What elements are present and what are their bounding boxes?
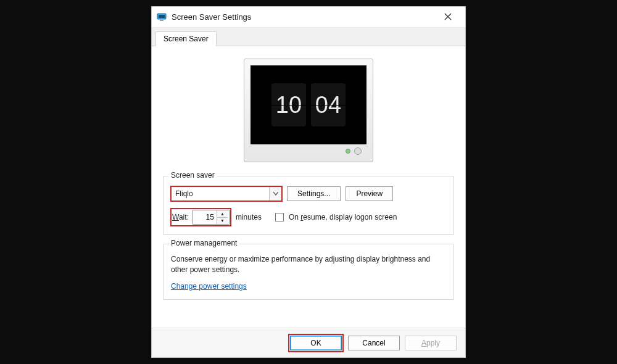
clock-minutes: 04 <box>311 83 346 126</box>
screensaver-preview: 10 04 <box>163 59 454 162</box>
monitor-power-icon <box>354 147 362 155</box>
apply-button[interactable]: Apply <box>405 336 457 350</box>
power-group-label: Power management <box>168 239 239 247</box>
screensaver-select-value: Fliqlo <box>172 187 269 201</box>
chevron-down-icon <box>269 187 281 201</box>
clock-hours: 10 <box>271 83 306 126</box>
close-button[interactable] <box>436 9 460 26</box>
cancel-button[interactable]: Cancel <box>348 336 400 350</box>
preview-screen: 10 04 <box>251 65 366 144</box>
spinner-down-icon[interactable]: ▼ <box>217 218 228 225</box>
wait-unit: minutes <box>236 213 262 221</box>
dialog-body: 10 04 Screen saver Fliqlo <box>152 46 465 328</box>
resume-logon-checkbox[interactable] <box>275 213 284 221</box>
screensaver-select[interactable]: Fliqlo <box>171 186 282 201</box>
svg-rect-2 <box>160 20 164 21</box>
power-description: Conserve energy or maximize performance … <box>171 254 446 276</box>
wait-spinner[interactable]: ▲ ▼ <box>193 210 230 225</box>
screensaver-group-label: Screen saver <box>168 171 217 180</box>
screensaver-group: Screen saver Fliqlo Settings... Preview … <box>163 176 454 235</box>
tab-screen-saver[interactable]: Screen Saver <box>155 31 217 46</box>
title-bar: Screen Saver Settings <box>152 7 465 28</box>
svg-rect-1 <box>159 15 165 18</box>
spinner-up-icon[interactable]: ▲ <box>217 210 228 218</box>
screensaver-settings-dialog: Screen Saver Settings Screen Saver 10 04 <box>151 6 466 358</box>
monitor-led-icon <box>346 149 350 154</box>
monitor-illustration: 10 04 <box>244 59 373 162</box>
tab-strip: Screen Saver <box>152 28 465 46</box>
close-icon <box>444 12 452 22</box>
wait-label: Wait: <box>172 213 189 221</box>
power-management-group: Power management Conserve energy or maxi… <box>163 244 454 300</box>
ok-button[interactable]: OK <box>290 336 342 350</box>
wait-group: Wait: ▲ ▼ <box>171 209 231 226</box>
app-icon <box>157 12 167 22</box>
screensaver-preview-button[interactable]: Preview <box>346 186 393 201</box>
window-title: Screen Saver Settings <box>172 12 436 22</box>
wait-input[interactable] <box>193 210 217 224</box>
change-power-settings-link[interactable]: Change power settings <box>171 282 247 291</box>
dialog-footer: OK Cancel Apply <box>152 328 465 357</box>
screensaver-settings-button[interactable]: Settings... <box>287 186 341 201</box>
resume-logon-label: On resume, display logon screen <box>289 213 397 221</box>
